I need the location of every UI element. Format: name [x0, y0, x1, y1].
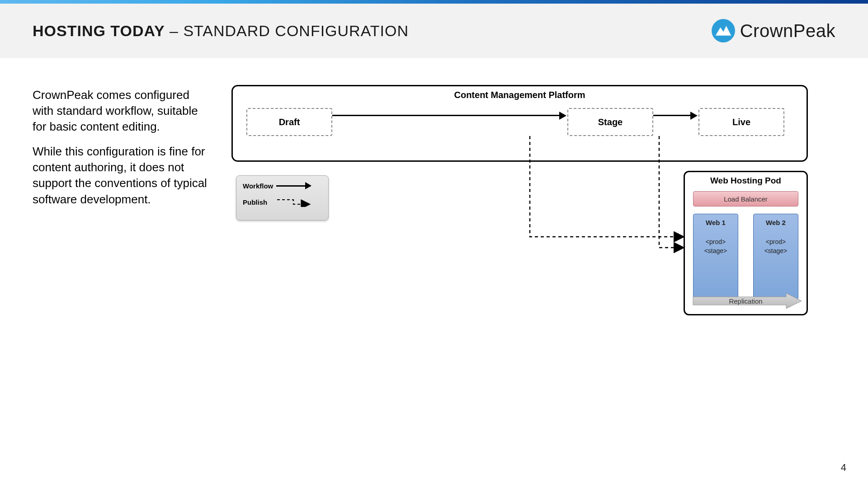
body-text: CrownPeak comes configured with standard… — [33, 87, 213, 216]
slide-body: CrownPeak comes configured with standard… — [0, 58, 868, 488]
web1-prod: <prod> — [693, 238, 738, 245]
web1-box: Web 1 <prod> <stage> — [693, 214, 738, 300]
web2-name: Web 2 — [754, 219, 798, 226]
legend-publish-label: Publish — [243, 198, 271, 206]
web2-prod: <prod> — [754, 238, 798, 245]
web1-stage: <stage> — [693, 247, 738, 254]
legend-solid-arrow-icon — [276, 185, 311, 187]
load-balancer-box: Load Balancer — [693, 191, 798, 206]
architecture-diagram: Content Management Platform Draft Stage … — [231, 85, 808, 320]
top-gradient-bar — [0, 0, 868, 4]
brand-logo: CrownPeak — [711, 19, 835, 43]
replication-label: Replication — [693, 294, 798, 308]
web1-name: Web 1 — [693, 219, 738, 226]
legend-row-publish: Publish — [243, 198, 322, 206]
legend-workflow-label: Workflow — [243, 182, 271, 190]
slide-title: HOSTING TODAY – STANDARD CONFIGURATION — [33, 22, 409, 40]
svg-point-0 — [712, 19, 735, 42]
crownpeak-icon — [711, 19, 736, 43]
pod-title: Web Hosting Pod — [685, 176, 807, 186]
title-sub: – STANDARD CONFIGURATION — [165, 22, 409, 39]
web2-stage: <stage> — [754, 247, 798, 254]
web-hosting-pod-box: Web Hosting Pod Load Balancer Web 1 <pro… — [684, 171, 808, 315]
paragraph-1: CrownPeak comes configured with standard… — [33, 87, 213, 135]
slide-header: HOSTING TODAY – STANDARD CONFIGURATION C… — [0, 4, 868, 58]
legend-box: Workflow Publish — [236, 175, 329, 221]
paragraph-2: While this configuration is fine for con… — [33, 144, 213, 207]
legend-dashed-arrow-icon — [276, 198, 311, 206]
title-bold: HOSTING TODAY — [33, 22, 165, 39]
page-number: 4 — [841, 462, 846, 474]
legend-row-workflow: Workflow — [243, 182, 322, 190]
web2-box: Web 2 <prod> <stage> — [753, 214, 798, 300]
brand-text: CrownPeak — [740, 21, 835, 41]
